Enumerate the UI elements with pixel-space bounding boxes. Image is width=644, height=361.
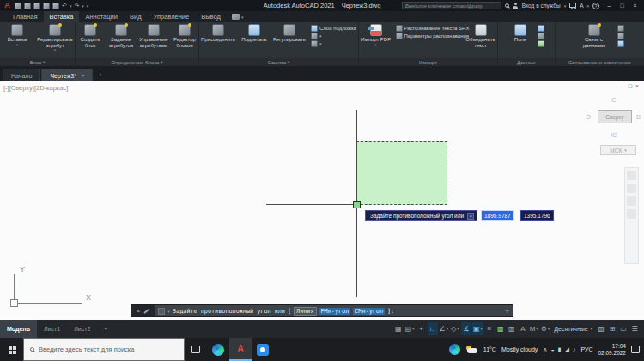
panel-block-title[interactable]: Блок▾ [0, 58, 75, 66]
weather-label[interactable]: Mostly cloudy [501, 346, 538, 352]
new-layout-button[interactable]: + [97, 320, 114, 338]
snap-mode-toggle[interactable]: ▤▾ [404, 322, 416, 335]
polar-tracking-toggle[interactable]: ∠▾ [439, 322, 449, 335]
viewport-restore-icon[interactable]: □ [629, 83, 632, 89]
recognition-settings-button[interactable]: Параметры распознавания [396, 33, 462, 39]
grid-display-toggle[interactable]: ▦ [393, 322, 404, 335]
redo-caret-icon[interactable]: ▾ [82, 3, 84, 9]
isodraft-toggle[interactable]: ◇▾ [450, 322, 460, 335]
command-line-grip[interactable]: × [131, 305, 155, 316]
temperature-label[interactable]: 11°C [483, 346, 496, 352]
customize-wrench-icon[interactable] [143, 308, 149, 313]
units-icon-toggle[interactable]: ▧ [596, 322, 606, 335]
object-snap-toggle[interactable]: ▣▾ [472, 322, 483, 335]
file-tab-start[interactable]: Начало [3, 69, 40, 81]
tab-manage[interactable]: Управление [148, 11, 196, 22]
update-fields-button[interactable] [538, 40, 544, 47]
clip-button[interactable]: Подрезать [238, 23, 270, 58]
sign-in-caret-icon[interactable]: ▾ [564, 3, 567, 9]
attach-button[interactable]: Присоединить [199, 23, 237, 58]
command-expand-icon[interactable]: + [505, 307, 509, 315]
help-search-input[interactable]: Введите ключевое слово/фразу [402, 2, 501, 9]
tab-model[interactable]: Модель [0, 320, 37, 338]
file-tab-close-icon[interactable]: × [82, 73, 85, 78]
navigation-bar[interactable] [624, 167, 639, 264]
network-icon[interactable]: ◢ [565, 346, 569, 353]
hyperlink-button[interactable] [538, 33, 544, 39]
redo-icon[interactable]: ↷ [74, 3, 79, 9]
viewport-close-icon[interactable]: × [635, 83, 639, 89]
tab-insert[interactable]: Вставка [44, 11, 80, 22]
battery-icon[interactable]: ▮ [558, 346, 562, 353]
autodesk-logo-icon[interactable]: A [3, 1, 12, 10]
panel-data-title[interactable]: Данные [498, 58, 555, 66]
command-input[interactable]: ▾ Задайте противоположный угол или [ Лин… [155, 305, 513, 316]
tab-annotate[interactable]: Аннотации [79, 11, 124, 22]
action-center-icon[interactable] [631, 346, 640, 353]
data-link-button[interactable]: Связь с данными [574, 23, 614, 58]
snap-underlay-dropdown-button[interactable]: ▾ [311, 40, 356, 47]
viewport-controls-label[interactable]: [-][Сверху][2D-каркас] [3, 84, 68, 92]
onedrive-icon[interactable]: ◒ [550, 346, 554, 352]
dynamic-input-toggle[interactable]: + [416, 322, 427, 335]
taskbar-search-input[interactable]: Введите здесь текст для поиска [23, 338, 185, 361]
lineweight-toggle[interactable]: ≡ [484, 322, 495, 335]
edge-taskbar-button[interactable] [207, 338, 229, 361]
start-button[interactable] [0, 338, 23, 361]
object-snap-tracking-toggle[interactable]: ∡ [461, 322, 471, 335]
units-dropdown[interactable]: Десятичные▾ [551, 326, 595, 332]
transparency-toggle[interactable]: ▩ [495, 322, 506, 335]
orbit-icon[interactable] [627, 209, 636, 219]
app-store-icon[interactable]: A [580, 3, 583, 9]
hidden-icons-chevron[interactable]: ∧ [543, 346, 547, 353]
viewcube-wcs-dropdown[interactable]: МСК▾ [600, 145, 636, 155]
sign-in-button[interactable]: Вход в службы [522, 3, 561, 9]
option-wpolygon[interactable]: РМн-угол [319, 308, 351, 315]
tab-output[interactable]: Вывод [195, 11, 227, 22]
import-pdf-button[interactable]: Импорт PDF ▾ [360, 23, 392, 58]
plot-icon[interactable] [52, 3, 59, 9]
clock[interactable]: 17:04 02.09.2022 [598, 343, 626, 357]
edit-attribute-button[interactable]: Редактировать атрибут ▾ [35, 23, 75, 58]
qat-customize-caret-icon[interactable]: ▾ [87, 3, 89, 9]
insert-block-button[interactable]: Вставка ▾ [0, 23, 34, 58]
language-indicator[interactable]: РУС [580, 346, 592, 352]
tab-layout2[interactable]: Лист2 [67, 320, 97, 338]
combine-text-button[interactable]: Объединить текст [465, 23, 497, 58]
store-cart-icon[interactable] [569, 3, 576, 8]
isolate-objects-toggle[interactable]: ▭ [618, 322, 629, 335]
undo-icon[interactable]: ↶ [62, 3, 67, 9]
viewcube-east[interactable]: В [636, 113, 641, 121]
zoom-extents-icon[interactable] [627, 196, 636, 206]
restore-button[interactable]: □ [616, 0, 629, 11]
viewcube-north[interactable]: С [611, 96, 617, 104]
upload-link-button[interactable] [617, 33, 624, 39]
full-nav-wheel-icon[interactable] [627, 171, 636, 180]
app-store-caret-icon[interactable]: ▾ [586, 3, 589, 9]
search-icon[interactable] [505, 3, 509, 8]
new-file-icon[interactable] [15, 3, 21, 9]
shx-recognition-button[interactable]: Распознавание текста SHX [396, 25, 462, 32]
field-button[interactable]: Поле [507, 23, 534, 58]
manage-attributes-button[interactable]: Управление атрибутами [137, 23, 170, 58]
customization-menu-button[interactable]: ☰ [629, 322, 640, 335]
browser-tray-icon[interactable] [449, 344, 460, 355]
viewport-minimize-icon[interactable]: – [622, 83, 625, 89]
panel-linking-title[interactable]: Связывание и извлечение [556, 58, 644, 66]
panel-blockdef-title[interactable]: Определение блока▾ [76, 58, 198, 66]
task-view-button[interactable] [185, 338, 207, 361]
minimize-button[interactable]: – [603, 0, 616, 11]
underlay-layers-button[interactable]: Слои подложки [311, 25, 356, 32]
tab-home[interactable]: Главная [7, 11, 44, 22]
autocad-taskbar-button[interactable]: A [229, 338, 252, 361]
block-editor-button[interactable]: Редактор блоков [171, 23, 198, 58]
viewcube-south[interactable]: Ю [611, 131, 617, 139]
workspace-switching-dropdown[interactable]: ⚙▾ [540, 322, 550, 335]
drawing-area[interactable]: [-][Сверху][2D-каркас] – □ × С З Сверху … [0, 81, 644, 320]
open-file-icon[interactable] [24, 3, 31, 9]
selection-cycling-toggle[interactable]: ▥ [507, 322, 517, 335]
viewcube-west[interactable]: З [586, 113, 591, 121]
volume-muted-icon[interactable]: ♪ [573, 346, 576, 352]
close-button[interactable]: × [629, 0, 641, 11]
quick-properties-toggle[interactable]: ⊞ [607, 322, 617, 335]
